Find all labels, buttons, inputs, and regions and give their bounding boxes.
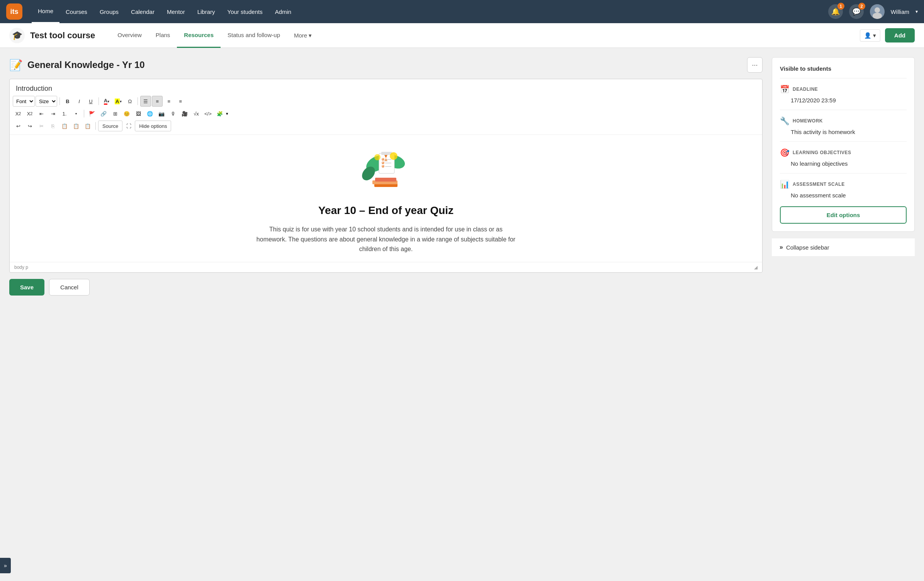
user-name[interactable]: William: [891, 8, 909, 15]
status-text: body p: [14, 265, 28, 270]
tab-plans[interactable]: Plans: [149, 23, 177, 48]
source-button[interactable]: Source: [98, 121, 122, 131]
redo-button[interactable]: ↪: [24, 121, 35, 131]
editor-label: Introduction: [10, 79, 762, 93]
copy-button[interactable]: ⎘: [48, 121, 58, 131]
link-button[interactable]: 🔗: [98, 108, 109, 119]
emoji-button[interactable]: 😊: [121, 108, 132, 119]
nav-item-your-students[interactable]: Your students: [221, 0, 269, 23]
course-icon: 🎓: [9, 28, 25, 43]
homework-header: 🔧 HOMEWORK: [780, 116, 907, 126]
plugin-button[interactable]: 🧩: [214, 108, 225, 119]
resource-icon: 📝: [9, 59, 23, 71]
deadline-value: 17/12/2020 23:59: [780, 97, 907, 104]
homework-icon: 🔧: [780, 116, 790, 126]
image-button[interactable]: 🖼: [133, 108, 144, 119]
learning-objectives-section: 🎯 LEARNING OBJECTIVES No learning object…: [780, 148, 907, 167]
globe-button[interactable]: 🌐: [144, 108, 155, 119]
user-icon: 👤: [864, 32, 871, 39]
tab-overview[interactable]: Overview: [110, 23, 149, 48]
divider-3: [780, 141, 907, 142]
toolbar-separator-2: [99, 97, 99, 105]
code-button[interactable]: </>: [202, 108, 214, 119]
paste-text-button[interactable]: 📋: [71, 121, 82, 131]
resize-handle[interactable]: ◢: [754, 265, 758, 270]
paste-word-button[interactable]: 📋: [82, 121, 93, 131]
avatar[interactable]: [870, 4, 885, 19]
special-char-button[interactable]: Ω: [124, 96, 135, 107]
toolbar-row-2: X2 X2 ⇤ ⇥ 1. • 🚩 🔗 ⊞ 😊 🖼 🌐 📷 🎙 🎥: [13, 108, 759, 119]
font-color-button[interactable]: A ▾: [101, 96, 112, 107]
hide-options-button[interactable]: Hide options: [135, 121, 171, 131]
user-dropdown-arrow: ▾: [873, 32, 876, 39]
fullscreen-button[interactable]: ⛶: [123, 121, 134, 131]
notifications-button[interactable]: 🔔 1: [828, 4, 843, 19]
add-button[interactable]: Add: [885, 28, 915, 42]
visible-badge: Visible to students: [780, 65, 907, 72]
align-left-button[interactable]: ☰: [140, 96, 151, 107]
flag-button[interactable]: 🚩: [87, 108, 97, 119]
editor-container: Introduction Font Size B I U: [9, 79, 763, 273]
chevron-right-icon: »: [780, 244, 783, 251]
align-center-button[interactable]: ≡: [152, 96, 163, 107]
indent-decrease-button[interactable]: ⇤: [36, 108, 47, 119]
paste-button[interactable]: 📋: [59, 121, 70, 131]
nav-item-home[interactable]: Home: [32, 0, 59, 23]
left-panel: 📝 General Knowledge - Yr 10 ··· Introduc…: [9, 57, 763, 572]
nav-item-courses[interactable]: Courses: [59, 0, 93, 23]
editor-status-bar: body p ◢: [10, 262, 762, 272]
toolbar-separator-3: [138, 97, 138, 105]
bold-button[interactable]: B: [62, 96, 73, 107]
resource-header: 📝 General Knowledge - Yr 10 ···: [9, 57, 763, 73]
nav-right: 🔔 1 💬 2 William ▾: [828, 4, 918, 19]
divider-1: [780, 78, 907, 78]
underline-button[interactable]: U: [85, 96, 96, 107]
align-right-button[interactable]: ≡: [163, 96, 174, 107]
user-dropdown-icon[interactable]: ▾: [916, 9, 918, 14]
undo-button[interactable]: ↩: [13, 121, 24, 131]
save-button[interactable]: Save: [9, 279, 44, 296]
subscript-button[interactable]: X2: [13, 108, 24, 119]
editor-content[interactable]: Year 10 – End of year Quiz This quiz is …: [10, 135, 762, 262]
nav-item-library[interactable]: Library: [191, 0, 221, 23]
indent-increase-button[interactable]: ⇥: [48, 108, 58, 119]
italic-button[interactable]: I: [74, 96, 85, 107]
nav-item-mentor[interactable]: Mentor: [161, 0, 191, 23]
tab-more[interactable]: More ▾: [287, 23, 319, 48]
nav-item-calendar[interactable]: Calendar: [125, 0, 161, 23]
svg-point-20: [374, 154, 380, 160]
ordered-list-button[interactable]: 1.: [59, 108, 70, 119]
app-logo: its: [6, 3, 22, 20]
messages-button[interactable]: 💬 2: [849, 4, 864, 19]
dropdown-arrow: ▾: [107, 99, 109, 104]
assessment-icon: 📊: [780, 180, 790, 189]
nav-item-groups[interactable]: Groups: [93, 0, 125, 23]
expand-panel-button[interactable]: »: [0, 558, 11, 573]
font-select[interactable]: Font: [13, 96, 35, 107]
user-menu-button[interactable]: 👤 ▾: [860, 29, 880, 42]
options-button[interactable]: ···: [747, 57, 763, 73]
notification-badge: 1: [837, 3, 844, 10]
svg-point-2: [873, 13, 882, 19]
cut-button[interactable]: ✂: [36, 121, 47, 131]
assessment-scale-header: 📊 ASSESSMENT SCALE: [780, 180, 907, 189]
superscript-button[interactable]: X2: [24, 108, 35, 119]
cancel-button[interactable]: Cancel: [49, 279, 90, 296]
video-button[interactable]: 🎥: [179, 108, 190, 119]
mic-button[interactable]: 🎙: [168, 108, 178, 119]
tab-resources[interactable]: Resources: [177, 23, 221, 48]
formula-button[interactable]: √x: [191, 108, 202, 119]
chevron-down-icon: ▾: [309, 32, 312, 39]
unordered-list-button[interactable]: •: [71, 108, 82, 119]
justify-button[interactable]: ≡: [175, 96, 186, 107]
deadline-section: 📅 DEADLINE 17/12/2020 23:59: [780, 85, 907, 104]
nav-item-admin[interactable]: Admin: [269, 0, 298, 23]
highlight-button[interactable]: A ▾: [113, 96, 124, 107]
photo-button[interactable]: 📷: [156, 108, 167, 119]
size-select[interactable]: Size: [36, 96, 57, 107]
homework-section: 🔧 HOMEWORK This activity is homework: [780, 116, 907, 135]
table-button[interactable]: ⊞: [110, 108, 121, 119]
edit-options-button[interactable]: Edit options: [780, 206, 907, 224]
collapse-sidebar-button[interactable]: » Collapse sidebar: [772, 238, 915, 256]
tab-status-and-follow-up[interactable]: Status and follow-up: [221, 23, 287, 48]
